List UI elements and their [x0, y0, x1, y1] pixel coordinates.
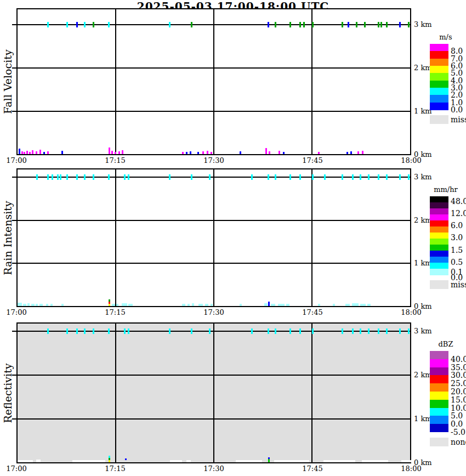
legend-band: [430, 367, 448, 376]
echo-mark: [268, 328, 269, 334]
echo-mark: [93, 328, 94, 334]
y-tick-label: 0 km: [414, 302, 432, 310]
echo-mark: [84, 328, 86, 334]
legend-band: [430, 233, 448, 239]
echo-mark: [352, 174, 354, 180]
legend-band: [430, 196, 448, 203]
surface-bar: [240, 304, 242, 306]
surface-bar: [268, 302, 270, 306]
echo-mark: [52, 174, 53, 180]
echo-mark: [342, 174, 343, 180]
legend-band: [430, 400, 448, 408]
echo-mark: [364, 22, 366, 27]
surface-bar: [125, 458, 127, 460]
axis-tick-left: [12, 177, 16, 178]
legend-band: [430, 59, 448, 66]
echo-mark: [289, 22, 291, 27]
echo-mark: [124, 174, 126, 180]
surface-bar-stack: [268, 459, 270, 462]
x-tick-label: 17:30: [203, 464, 224, 473]
grid-line-vertical: [311, 169, 312, 306]
surface-bar: [186, 460, 191, 462]
legend-miss-label: miss: [451, 115, 466, 124]
y-tick-label: 0 km: [414, 150, 432, 158]
echo-mark: [312, 174, 314, 180]
surface-bar: [122, 150, 123, 154]
legend-band: [430, 44, 448, 52]
y-tick-label: 2 km: [414, 216, 432, 224]
echo-mark: [289, 328, 291, 334]
echo-mark: [209, 174, 211, 180]
x-tick-label: 17:15: [105, 308, 125, 316]
surface-bar: [72, 460, 105, 462]
echo-mark: [352, 328, 354, 334]
echo-mark: [275, 328, 276, 334]
legend-band: [430, 392, 448, 400]
legend-band: [430, 88, 448, 95]
y-tick-label: 0 km: [414, 458, 432, 467]
surface-bar: [43, 152, 45, 154]
echo-mark: [356, 22, 357, 27]
surface-bar: [18, 303, 22, 306]
legend-title: m/s: [424, 33, 466, 41]
surface-bar: [116, 304, 118, 306]
surface-bar: [323, 460, 355, 462]
echo-mark: [60, 174, 61, 180]
surface-bar: [118, 151, 120, 154]
legend-band: [430, 359, 448, 367]
legend-band: [430, 208, 448, 215]
legend-band: [430, 383, 448, 392]
echo-mark: [108, 328, 110, 334]
surface-bar: [283, 152, 285, 154]
legend-band: [430, 51, 448, 59]
surface-bar-stack: [109, 299, 110, 302]
echo-mark: [191, 328, 192, 334]
legend-band: [430, 202, 448, 209]
surface-bar: [61, 151, 63, 154]
echo-mark: [299, 328, 301, 334]
grid-line-horizontal: [18, 263, 410, 264]
legend-label: 3.0: [451, 233, 463, 242]
echo-mark: [47, 174, 49, 180]
surface-bar: [360, 304, 366, 306]
x-tick-label: 17:30: [203, 156, 224, 165]
plot-area-rain-intensity: [16, 168, 411, 307]
plot-area-reflectivity: [16, 322, 411, 463]
y-tick-label: 1 km: [414, 259, 432, 267]
surface-bar: [19, 149, 20, 154]
echo-mark: [124, 328, 126, 334]
surface-bar: [170, 460, 182, 462]
echo-mark: [169, 22, 171, 27]
echo-mark: [191, 174, 192, 180]
echo-mark: [378, 328, 379, 334]
echo-mark: [342, 328, 343, 334]
echo-mark: [368, 328, 370, 334]
surface-bar: [362, 460, 388, 462]
legend-miss-swatch: [430, 438, 448, 446]
echo-mark: [368, 174, 370, 180]
surface-bar-stack: [268, 457, 270, 459]
echo-mark: [76, 22, 78, 27]
surface-bar: [264, 303, 268, 306]
x-tick-label: 17:30: [203, 308, 224, 316]
legend-label: 0.0: [451, 420, 463, 428]
surface-bar: [27, 303, 30, 306]
echo-mark: [84, 174, 86, 180]
surface-bar-stack: [109, 460, 110, 462]
legend-label: -5.0: [451, 428, 465, 437]
echo-mark: [76, 174, 78, 180]
echo-mark: [399, 174, 401, 180]
surface-bar: [46, 304, 48, 306]
legend-band: [430, 239, 448, 245]
echo-mark: [128, 174, 129, 180]
echo-mark: [348, 22, 349, 27]
surface-bar: [198, 304, 203, 306]
grid-line-vertical: [115, 324, 116, 462]
surface-bar: [202, 151, 204, 154]
echo-mark: [84, 22, 86, 27]
legend-band: [430, 220, 448, 227]
legend-miss-label: none: [451, 438, 466, 446]
legend-band: [430, 416, 448, 424]
echo-mark: [57, 174, 59, 180]
surface-bar-stack: [109, 304, 110, 306]
